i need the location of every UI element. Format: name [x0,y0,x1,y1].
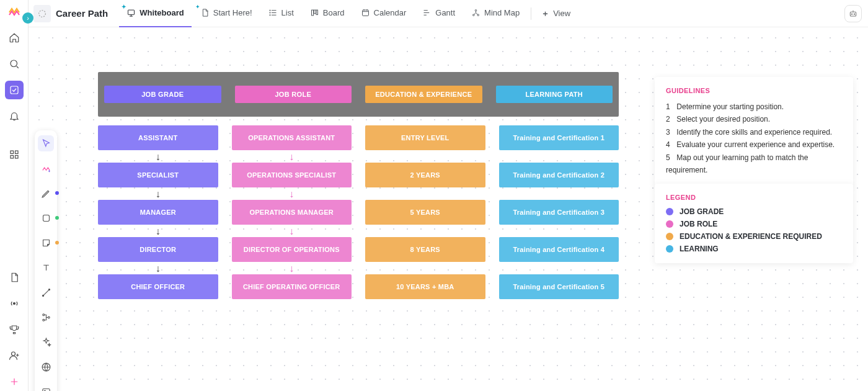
svg-rect-13 [311,10,313,16]
grade-cell[interactable]: ASSISTANT↓ [98,125,218,150]
svg-point-12 [269,15,270,16]
grade-cell[interactable]: DIRECTOR↓ [98,237,218,262]
svg-rect-30 [42,389,49,391]
role-cell[interactable]: OPERATIONS MANAGER↓ [232,200,352,225]
pen-tool-icon[interactable] [38,185,54,201]
clickup-tool-icon[interactable] [38,160,54,176]
svg-point-17 [475,10,477,12]
career-row: DIRECTOR↓DIRECTOR OF OPERATIONS↓8 YEARST… [98,237,619,262]
apps-icon[interactable] [5,145,24,164]
page-icon[interactable] [33,5,51,22]
header-purple: JOB GRADE [104,86,221,103]
svg-rect-4 [11,156,14,159]
career-row: CHIEF OFFICERCHIEF OPERATING OFFICER10 Y… [98,274,619,299]
svg-point-27 [42,319,44,321]
edu-cell[interactable]: ENTRY LEVEL [365,125,485,150]
tab-list[interactable]: List [261,0,301,27]
svg-rect-5 [15,156,18,159]
broadcast-icon[interactable] [5,294,24,313]
guideline-item: 4 Evaluate your current experience and e… [666,138,842,151]
image-tool-icon[interactable] [38,384,54,391]
svg-rect-23 [43,215,49,221]
add-view-button[interactable]: ＋View [535,8,577,19]
guidelines-list: 1 Determine your starting position.2 Sel… [666,101,842,176]
tool-palette [35,130,57,391]
svg-rect-15 [316,10,318,15]
svg-rect-16 [362,10,368,16]
invite-icon[interactable] [5,346,24,365]
svg-rect-9 [128,10,135,15]
learn-cell[interactable]: Training and Certification 1 [499,125,619,150]
connector-tool-icon[interactable] [38,284,54,300]
header-pink: JOB ROLE [235,86,352,103]
trophy-icon[interactable] [5,320,24,339]
guidelines-panel: GUIDELINES 1 Determine your starting pos… [655,77,853,186]
header-blue: LEARNING PATH [496,86,613,103]
svg-point-26 [42,313,44,315]
grade-cell[interactable]: SPECIALIST↓ [98,163,218,187]
edu-cell[interactable]: 2 YEARS [365,163,485,187]
edu-cell[interactable]: 10 YEARS + MBA [365,274,485,299]
org-tool-icon[interactable] [38,309,54,325]
svg-point-8 [39,10,46,17]
notification-icon[interactable] [5,107,24,125]
svg-point-0 [11,60,17,67]
whiteboard-canvas[interactable]: JOB GRADEJOB ROLEEDUCATION & EXPERIENCEL… [29,27,868,391]
learn-cell[interactable]: Training and Certification 4 [499,237,619,262]
svg-rect-1 [11,86,18,94]
svg-point-22 [854,14,854,14]
text-tool-icon[interactable] [38,259,54,276]
web-tool-icon[interactable] [38,359,54,375]
home-icon[interactable] [5,29,24,47]
guidelines-title: GUIDELINES [666,87,842,94]
svg-point-25 [48,289,50,290]
legend-item: EDUCATION & EXPERIENCE REQUIRED [666,232,842,241]
tab-gantt[interactable]: Gantt [415,0,463,27]
ai-tool-icon[interactable] [38,334,54,350]
edu-cell[interactable]: 8 YEARS [365,237,485,262]
header-orange: EDUCATION & EXPERIENCE [365,86,482,103]
svg-rect-14 [314,10,316,14]
grade-cell[interactable]: CHIEF OFFICER [98,274,218,299]
edu-cell[interactable]: 5 YEARS [365,200,485,225]
guideline-item: 2 Select your desired position. [666,113,842,125]
top-bar: Career Path ✦Whiteboard✦Start Here!ListB… [29,0,868,27]
career-path-board: JOB GRADEJOB ROLEEDUCATION & EXPERIENCEL… [98,72,619,299]
separator [531,7,531,20]
search-icon[interactable] [5,55,24,73]
svg-rect-3 [15,151,18,154]
page-title: Career Path [56,8,108,19]
left-sidebar [0,0,29,391]
legend-item: JOB ROLE [666,220,842,228]
svg-point-7 [11,352,15,356]
svg-point-21 [851,14,852,14]
role-cell[interactable]: OPERATIONS SPECIALIST↓ [232,163,352,187]
learn-cell[interactable]: Training and Certification 2 [499,163,619,187]
robot-icon[interactable] [844,5,862,22]
career-rows: ASSISTANT↓OPERATIONS ASSISTANT↓ENTRY LEV… [98,125,619,299]
svg-point-28 [48,317,50,318]
tab-mind-map[interactable]: Mind Map [464,0,527,27]
svg-point-11 [269,12,270,13]
learn-cell[interactable]: Training and Certification 3 [499,200,619,225]
tasks-icon[interactable] [5,81,24,99]
tab-whiteboard[interactable]: ✦Whiteboard [119,0,192,27]
doc-icon[interactable] [5,268,24,287]
role-cell[interactable]: DIRECTOR OF OPERATIONS↓ [232,237,352,262]
guideline-item: 1 Determine your starting position. [666,101,842,113]
plus-sparkle-icon[interactable] [5,372,24,391]
tab-start-here-[interactable]: ✦Start Here! [193,0,260,27]
tab-board[interactable]: Board [303,0,352,27]
sticky-tool-icon[interactable] [38,235,54,251]
app-logo-icon[interactable] [6,4,23,21]
column-headers: JOB GRADEJOB ROLEEDUCATION & EXPERIENCEL… [98,72,619,117]
cursor-tool-icon[interactable] [38,135,54,151]
svg-point-10 [269,10,270,11]
tab-calendar[interactable]: Calendar [353,0,414,27]
grade-cell[interactable]: MANAGER↓ [98,200,218,225]
shape-tool-icon[interactable] [38,210,54,226]
role-cell[interactable]: OPERATIONS ASSISTANT↓ [232,125,352,150]
legend-list: JOB GRADEJOB ROLEEDUCATION & EXPERIENCE … [666,207,842,253]
learn-cell[interactable]: Training and Certification 5 [499,274,619,299]
role-cell[interactable]: CHIEF OPERATING OFFICER [232,274,352,299]
